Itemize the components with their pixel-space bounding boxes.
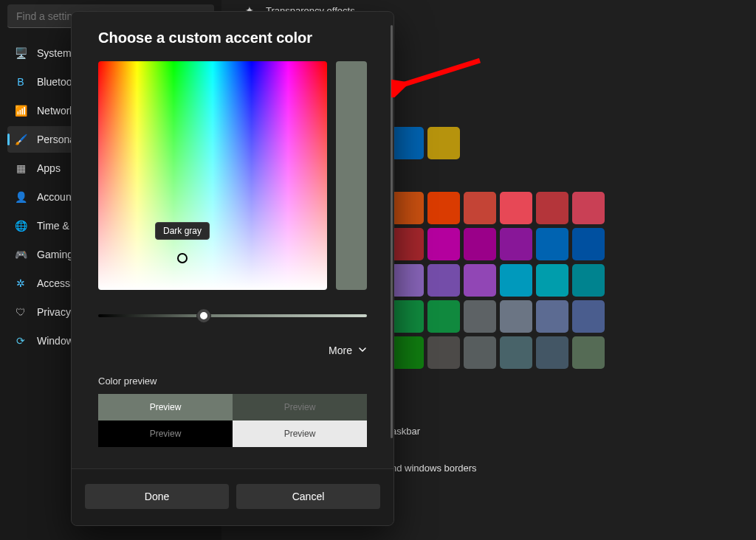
accent-color-swatch[interactable] [536,300,568,333]
gaming-icon: 🎮 [15,249,27,260]
sidebar-item-label: System [37,47,72,59]
color-spectrum[interactable]: Dark gray [98,61,327,290]
accent-color-swatch[interactable] [536,192,568,224]
preview-tile-dark-accent: Preview [233,394,367,420]
accent-color-swatch[interactable] [427,228,460,260]
accent-color-swatch[interactable] [427,264,460,297]
apps-icon: ▦ [15,162,27,174]
bluetooth-icon: B [15,76,27,88]
accent-color-swatch[interactable] [500,336,532,369]
privacy-icon: 🛡 [15,306,27,318]
accent-color-swatch[interactable] [391,300,424,333]
chevron-down-icon [358,345,367,356]
done-button[interactable]: Done [85,484,229,509]
color-picker-dialog: Choose a custom accent color Dark gray M… [71,11,394,526]
accent-color-swatch[interactable] [572,192,605,224]
accent-color-swatch[interactable] [464,228,496,260]
accent-color-swatch[interactable] [500,228,532,260]
recent-color-swatch[interactable] [391,127,424,159]
accent-color-swatch[interactable] [500,264,532,297]
more-toggle[interactable]: More [98,345,367,356]
borders-option-partial[interactable]: nd windows borders [391,453,734,482]
accent-color-swatch[interactable] [536,336,568,369]
accent-color-swatch[interactable] [391,192,424,224]
dialog-footer: Done Cancel [72,468,394,525]
accent-color-swatch[interactable] [427,192,460,224]
cancel-button[interactable]: Cancel [236,484,380,509]
accent-color-swatch[interactable] [464,300,496,333]
network-icon: 📶 [15,105,27,117]
sidebar-item-label: Apps [37,162,61,174]
accent-color-swatch[interactable] [464,264,496,297]
accent-color-grid [391,192,734,369]
preview-tile-light-accent: Preview [98,394,233,420]
preview-tile-black: Preview [98,420,233,447]
slider-track [98,314,367,317]
value-slider[interactable] [98,308,367,324]
accent-color-swatch[interactable] [391,228,424,260]
recent-color-swatch[interactable] [427,127,460,159]
accent-color-swatch[interactable] [572,300,605,333]
color-preview-label: Color preview [98,375,367,387]
accounts-icon: 👤 [15,191,27,203]
accent-color-swatch[interactable] [427,300,460,333]
system-icon: 🖥️ [15,47,27,59]
current-color-preview [336,61,367,290]
accent-color-swatch[interactable] [500,192,532,224]
taskbar-option-partial[interactable]: askbar [391,416,734,446]
accent-color-swatch[interactable] [572,336,605,369]
more-label: More [329,345,352,356]
accent-color-swatch[interactable] [427,336,460,369]
sidebar-item-label: Gaming [37,249,73,260]
slider-thumb[interactable] [197,309,210,322]
accent-color-swatch[interactable] [572,228,605,260]
accent-color-swatch[interactable] [464,336,496,369]
personalization-icon: 🖌️ [15,134,27,145]
windows-icon: ⟳ [15,335,27,347]
spectrum-cursor[interactable] [177,253,188,263]
accent-color-swatch[interactable] [572,264,605,297]
dialog-title: Choose a custom accent color [72,12,394,61]
accent-color-swatch[interactable] [391,336,424,369]
accent-color-swatch[interactable] [536,228,568,260]
preview-tile-white: Preview [233,420,367,447]
accent-color-swatch[interactable] [536,264,568,297]
color-preview-grid: Preview Preview Preview Preview [98,394,367,447]
time-icon: 🌐 [15,220,27,232]
accent-color-swatch[interactable] [500,300,532,333]
accent-color-swatch[interactable] [464,192,496,224]
accent-swatch-area [391,127,734,369]
color-tooltip: Dark gray [155,222,210,240]
accent-color-swatch[interactable] [391,264,424,297]
accessibility-icon: ✲ [15,277,27,289]
